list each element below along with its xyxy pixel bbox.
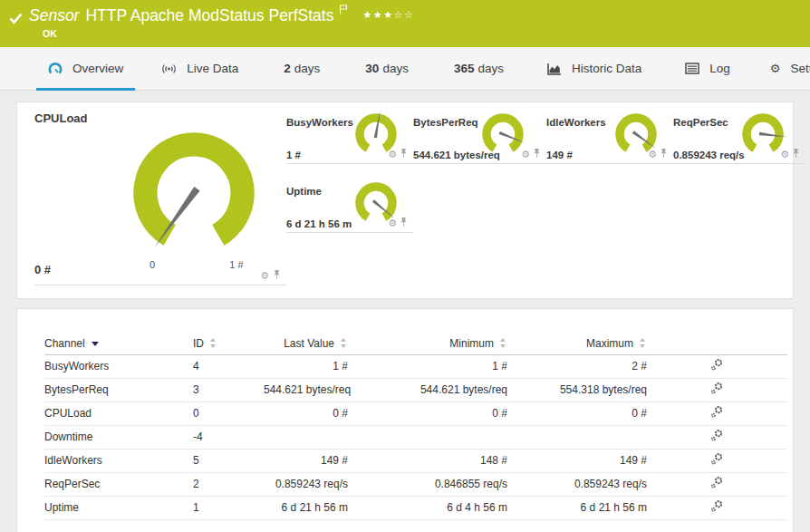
table-row[interactable]: BytesPerReq 3 544.621 bytes/req 544.621 … [44,378,787,401]
gauge-panel: ReqPerSec 0.859243 req/s ⚙ [673,115,805,164]
pin-icon[interactable] [533,146,541,162]
column-header-last-value[interactable]: Last Value [264,333,348,354]
page-title: HTTP Apache ModStatus PerfStats [85,6,333,24]
channels-table: Channel ID Last Value Minimum Maximum [44,333,787,520]
channel-settings-icon[interactable] [710,358,724,374]
gauge-scale-min: 0 [141,259,163,270]
tab-settings[interactable]: ⚙ Settings [758,47,810,90]
column-header-channel[interactable]: Channel [44,333,193,354]
table-row[interactable]: Uptime 1 6 d 21 h 56 m 6 d 4 h 56 m 6 d … [44,496,787,519]
cell-id: 4 [193,354,264,378]
cell-maximum: 0.859243 req/s [507,472,647,496]
cell-id: 5 [193,449,264,472]
table-row[interactable]: Downtime -4 [44,425,787,449]
tab-log[interactable]: Log [673,47,742,90]
gauges-card: CPULoad 0 1 # 0 # ⚙ BusyWorkers 1 # ⚙ [16,102,794,299]
gear-icon[interactable]: ⚙ [780,150,789,160]
cell-last-value: 544.621 bytes/req [264,378,348,401]
channel-settings-icon[interactable] [710,405,724,421]
cell-channel: BytesPerReq [44,378,193,401]
tab-365-days[interactable]: 365 days [442,47,516,90]
gauge-value: 544.621 bytes/req [413,150,500,160]
tab-30-days[interactable]: 30 days [353,47,420,90]
gauge-panel: BytesPerReq 544.621 bytes/req ⚙ [413,115,546,164]
cell-maximum: 6 d 21 h 56 m [507,496,647,519]
tab-label: Live Data [187,62,238,75]
cell-maximum: 2 # [507,354,647,378]
table-row[interactable]: IdleWorkers 5 149 # 148 # 149 # [44,449,787,472]
live-waves-icon [161,63,177,75]
gauge-scale-max: 1 # [221,259,252,270]
gauge-icon [48,62,63,76]
tab-overview[interactable]: Overview [36,47,135,90]
channel-settings-icon[interactable] [710,476,724,492]
cell-maximum: 554.318 bytes/req [507,378,647,401]
cell-minimum: 6 d 4 h 56 m [348,496,507,519]
primary-gauge-panel: CPULoad 0 1 # 0 # ⚙ [34,111,286,285]
gear-icon[interactable]: ⚙ [521,150,530,160]
cell-channel: ReqPerSec [44,472,193,496]
pin-icon[interactable] [273,267,281,284]
gauge-value: 0 # [34,263,51,276]
channel-settings-icon[interactable] [710,499,724,516]
gear-icon[interactable]: ⚙ [260,271,269,281]
pin-icon[interactable] [400,215,408,231]
tab-label: Overview [72,62,123,75]
gauge-value: 0.859243 req/s [673,150,745,160]
table-row[interactable]: ReqPerSec 2 0.859243 req/s 0.846855 req/… [44,472,787,496]
table-row[interactable]: BusyWorkers 4 1 # 1 # 2 # [44,354,787,378]
gear-icon[interactable]: ⚙ [388,218,397,228]
sort-icon [209,338,217,348]
table-row[interactable]: CPULoad 0 0 # 0 # 0 # [44,401,787,425]
gear-icon[interactable]: ⚙ [388,150,397,160]
pin-icon[interactable] [400,146,408,162]
column-header-id[interactable]: ID [193,333,264,354]
cell-last-value: 149 # [264,449,348,472]
sort-desc-icon [92,342,99,346]
cell-minimum: 0 # [348,401,507,425]
sensor-label: Sensor [29,6,79,24]
tab-label: Settings [790,62,810,75]
pin-icon[interactable] [660,146,668,162]
cell-minimum: 148 # [348,449,507,472]
channels-table-body: BusyWorkers 4 1 # 1 # 2 # BytesPerReq 3 … [44,354,787,519]
cell-maximum: 0 # [507,401,647,425]
channel-settings-icon[interactable] [710,382,724,398]
gauge-panel: IdleWorkers 149 # ⚙ [546,115,673,164]
cell-id: 1 [193,496,264,519]
gear-icon[interactable]: ⚙ [648,150,657,160]
sort-icon [499,338,507,348]
cell-channel: BusyWorkers [44,354,193,378]
cell-last-value: 6 d 21 h 56 m [264,496,348,519]
gauge-value: 6 d 21 h 56 m [286,218,352,229]
tab-label: days [294,62,321,75]
cell-maximum [507,425,647,449]
channel-settings-icon[interactable] [710,429,724,445]
cell-last-value: 0 # [264,401,348,425]
sort-icon [639,338,647,348]
flag-icon[interactable] [339,0,348,19]
cell-minimum: 0.846855 req/s [348,472,507,496]
star-rating[interactable]: ★★★☆☆ [362,9,414,20]
tab-2-days[interactable]: 2 days [272,47,332,90]
cell-id: 2 [193,472,264,496]
status-badge: OK [43,28,57,39]
channel-settings-icon[interactable] [710,452,724,469]
cell-channel: CPULoad [44,401,193,425]
cell-id: 3 [193,378,264,401]
log-list-icon [685,63,699,74]
gauge-panel: BusyWorkers 1 # ⚙ [286,115,413,164]
tab-label: days [382,62,409,75]
tab-label: days [477,62,504,75]
pin-icon[interactable] [792,146,800,162]
small-gauges-grid: BusyWorkers 1 # ⚙ BytesPerReq 544.621 by… [286,115,805,233]
cell-channel: IdleWorkers [44,449,193,472]
sort-icon [340,338,348,348]
column-header-minimum[interactable]: Minimum [348,333,507,354]
tab-live-data[interactable]: Live Data [149,47,250,90]
tab-historic-data[interactable]: Historic Data [535,47,653,90]
cell-last-value [264,425,348,449]
sensor-header: SensorHTTP Apache ModStatus PerfStats ★★… [0,0,810,47]
column-header-maximum[interactable]: Maximum [507,333,647,354]
ok-check-icon [9,12,23,28]
